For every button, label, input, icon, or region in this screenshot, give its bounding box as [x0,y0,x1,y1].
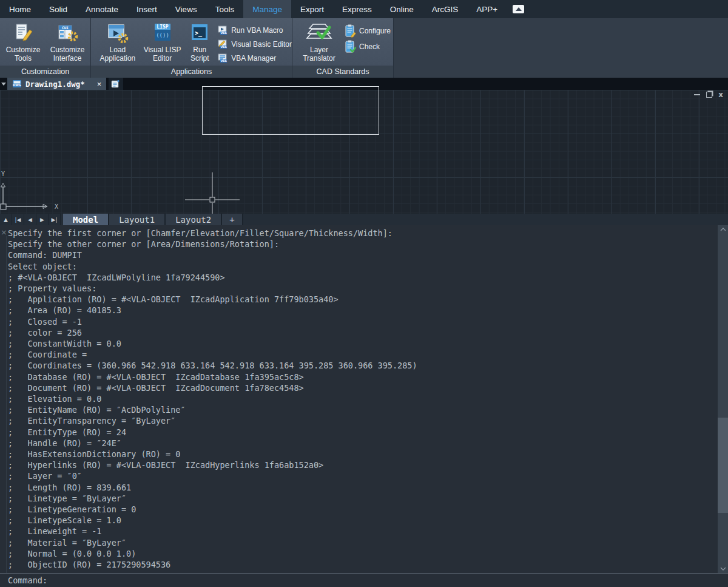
document-tab-label: Drawing1.dwg* [25,80,85,89]
svg-text:X: X [55,203,58,210]
layer-translator-icon [305,22,334,45]
tab-model[interactable]: Model [63,214,109,225]
command-scrollbar[interactable] [718,225,728,573]
check-label: Check [359,42,380,51]
check-icon [345,40,356,53]
vba-manager-button[interactable]: VBA VBA Manager [218,51,292,65]
vba-manager-label: VBA Manager [231,54,276,63]
viewport-window-controls: x [694,92,723,98]
ribbon: Customize Tools CUI [0,18,728,78]
command-panel-divider [6,236,7,573]
scroll-up-icon[interactable] [718,225,728,234]
layer-translator-button[interactable]: Layer Translator [295,22,343,63]
svg-text:VBA: VBA [221,46,228,49]
visual-lisp-editor-label: Visual LISP Editor [140,46,185,63]
new-document-icon [111,80,121,88]
menu-tab-solid[interactable]: Solid [40,0,76,18]
menu-tab-tools[interactable]: Tools [206,0,244,18]
svg-text:CUI: CUI [62,25,69,30]
first-layout-button[interactable]: |◀ [12,214,24,225]
svg-text:VBA: VBA [221,59,228,63]
configure-icon [345,24,356,38]
visual-basic-editor-label: Visual Basic Editor [231,40,292,49]
document-list-dropdown[interactable] [0,78,7,90]
menu-tab-views[interactable]: Views [166,0,206,18]
customize-tools-button[interactable]: Customize Tools [1,22,45,63]
svg-text:LISP: LISP [157,24,168,30]
run-script-icon: >_ [189,22,210,45]
ribbon-collapse-icon [513,5,524,13]
run-vba-macro-label: Run VBA Macro [231,26,283,35]
new-document-button[interactable] [109,78,123,90]
command-input-line[interactable]: Command: [0,573,728,587]
svg-text:VBA: VBA [221,32,228,35]
run-vba-macro-icon: VBA [218,25,228,35]
command-prompt-text: Command: [8,575,47,585]
run-script-button[interactable]: >_ Run Script [185,22,214,63]
ribbon-empty-area [394,18,728,78]
tab-layout1[interactable]: Layout1 [109,214,166,225]
scroll-down-icon[interactable] [718,565,728,573]
menu-tab-online[interactable]: Online [381,0,423,18]
layout-panel-expand-button[interactable]: ▲ [0,214,12,225]
ucs-icon: Y X [0,170,67,212]
ribbon-panel-applications: Load Application LISP (()) Visual LISP E… [91,18,292,78]
customize-tools-label: Customize Tools [1,46,45,63]
load-application-button[interactable]: Load Application [96,22,140,63]
document-tab-close-icon[interactable]: × [97,80,102,89]
document-tab-drawing1[interactable]: DWG Drawing1.dwg* × [7,78,106,90]
tab-layout2[interactable]: Layout2 [166,214,222,225]
customize-interface-button[interactable]: CUI Customize Interface [45,22,90,63]
layout-tab-bar: ▲ |◀ ◀ ▶ ▶| Model Layout1 Layout2 + [0,214,728,225]
dwg-file-icon: DWG [12,80,22,88]
menu-tab-manage[interactable]: Manage [243,0,291,18]
visual-basic-editor-icon: VBA [218,39,228,49]
customize-tools-icon [13,22,33,45]
visual-lisp-editor-button[interactable]: LISP (()) Visual LISP Editor [140,22,185,63]
menu-tab-app-plus[interactable]: APP+ [467,0,507,18]
run-vba-macro-button[interactable]: VBA Run VBA Macro [218,23,292,37]
command-history-text: Specify the first corner or [Chamfer/Ele… [8,228,417,570]
ribbon-panel-customization: Customize Tools CUI [0,18,91,78]
panel-label-cad-standards: CAD Standards [292,66,393,78]
svg-text:>_: >_ [195,30,203,37]
menu-tab-express[interactable]: Express [333,0,381,18]
ribbon-panel-cad-standards: Layer Translator Configure [292,18,394,78]
close-icon[interactable]: x [718,92,723,98]
menu-tab-home[interactable]: Home [0,0,40,18]
svg-text:Y: Y [1,171,5,177]
menu-tab-annotate[interactable]: Annotate [76,0,127,18]
menu-bar: Home Solid Annotate Insert Views Tools M… [0,0,728,18]
menu-tab-insert[interactable]: Insert [127,0,166,18]
scrollbar-thumb[interactable] [718,418,728,513]
drawn-rectangle-polyline [202,86,379,135]
load-application-icon [107,22,129,45]
previous-layout-button[interactable]: ◀ [24,214,36,225]
panel-label-applications: Applications [91,66,292,78]
configure-button[interactable]: Configure [345,23,391,39]
visual-basic-editor-button[interactable]: VBA Visual Basic Editor [218,37,292,51]
visual-lisp-editor-icon: LISP (()) [152,22,174,45]
configure-label: Configure [359,27,391,35]
vba-manager-icon: VBA [218,53,228,63]
layer-translator-label: Layer Translator [295,46,343,63]
add-layout-button[interactable]: + [222,214,243,225]
minimize-icon[interactable] [694,94,700,95]
svg-text:DWG: DWG [13,83,21,87]
drawing-canvas[interactable]: Y X x [0,90,728,214]
svg-text:(()): (()) [156,32,169,38]
ribbon-collapse-button[interactable] [513,0,524,18]
restore-icon[interactable] [706,92,712,98]
last-layout-button[interactable]: ▶| [49,214,61,225]
command-panel-close-icon[interactable]: × [1,228,7,237]
panel-label-customization: Customization [0,66,90,78]
command-history-panel[interactable]: × Specify the first corner or [Chamfer/E… [0,225,728,573]
customize-interface-label: Customize Interface [45,46,90,63]
next-layout-button[interactable]: ▶ [36,214,49,225]
run-script-label: Run Script [185,46,214,63]
menu-tab-arcgis[interactable]: ArcGIS [423,0,468,18]
check-button[interactable]: Check [345,39,391,55]
customize-interface-icon: CUI [56,22,78,45]
cad-application-window: Home Solid Annotate Insert Views Tools M… [0,0,728,587]
menu-tab-export[interactable]: Export [291,0,333,18]
